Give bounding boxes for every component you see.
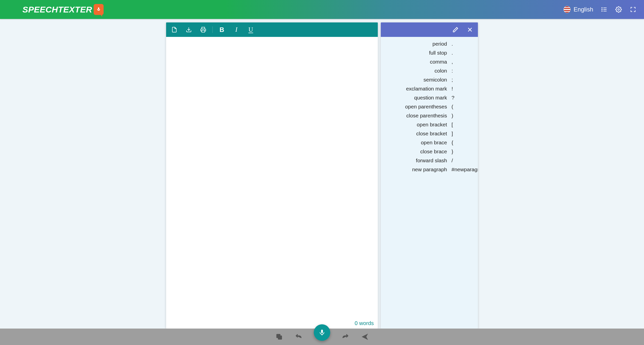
command-row[interactable]: close brace} <box>384 147 476 156</box>
svg-point-6 <box>618 9 620 11</box>
language-label: English <box>574 6 593 13</box>
command-symbol: ! <box>450 86 476 92</box>
command-name: colon <box>385 68 447 74</box>
app-logo[interactable]: SPEECHTEXTER <box>22 4 104 15</box>
logo-mic-icon <box>94 4 104 15</box>
command-name: question mark <box>385 95 447 101</box>
redo-button[interactable] <box>341 332 350 341</box>
logo-text: SPEECHTEXTER <box>22 5 92 15</box>
command-symbol: [ <box>450 122 476 128</box>
editor-panel: B I U 0 words <box>166 23 378 328</box>
editor-toolbar: B I U <box>166 23 378 37</box>
underline-button[interactable]: U <box>247 26 254 34</box>
command-row[interactable]: period. <box>384 39 476 48</box>
command-row[interactable]: colon: <box>384 66 476 75</box>
command-symbol: . <box>450 41 476 47</box>
bold-button[interactable]: B <box>218 26 226 34</box>
command-name: comma <box>385 59 447 65</box>
send-button[interactable] <box>360 332 369 341</box>
command-symbol: , <box>450 59 476 65</box>
command-name: period <box>385 41 447 47</box>
command-row[interactable]: close parenthesis) <box>384 111 476 120</box>
command-name: open brace <box>385 140 447 146</box>
command-symbol: : <box>450 68 476 74</box>
copy-button[interactable] <box>275 332 284 341</box>
flag-icon <box>564 6 570 13</box>
word-count: 0 words <box>354 320 374 326</box>
commands-panel: period.full stop.comma,colon:semicolon;e… <box>381 23 478 328</box>
command-symbol: ] <box>450 131 476 137</box>
fullscreen-icon[interactable] <box>630 6 636 13</box>
toolbar-separator <box>212 27 213 33</box>
command-symbol: { <box>450 140 476 146</box>
command-symbol: ) <box>450 113 476 119</box>
command-row[interactable]: open parentheses( <box>384 102 476 111</box>
download-button[interactable] <box>185 26 192 34</box>
print-button[interactable] <box>200 26 207 34</box>
command-symbol: } <box>450 149 476 155</box>
command-name: new paragraph <box>385 167 447 173</box>
command-name: close brace <box>385 149 447 155</box>
command-symbol: / <box>450 158 476 164</box>
undo-button[interactable] <box>294 332 303 341</box>
app-header: SPEECHTEXTER English <box>0 0 644 19</box>
command-row[interactable]: full stop. <box>384 48 476 57</box>
svg-point-4 <box>602 9 602 10</box>
editor-textarea[interactable] <box>166 37 378 319</box>
new-file-button[interactable] <box>170 26 178 34</box>
commands-toolbar <box>381 23 478 37</box>
command-row[interactable]: open bracket[ <box>384 120 476 129</box>
command-name: open bracket <box>385 122 447 128</box>
command-name: open parentheses <box>385 104 447 110</box>
command-name: exclamation mark <box>385 86 447 92</box>
command-symbol: ? <box>450 95 476 101</box>
editor-footer: 0 words <box>166 319 378 328</box>
svg-rect-12 <box>277 334 280 338</box>
command-name: close parenthesis <box>385 113 447 119</box>
command-row[interactable]: forward slash/ <box>384 156 476 165</box>
record-button[interactable] <box>314 324 330 341</box>
command-row[interactable]: exclamation mark! <box>384 84 476 93</box>
edit-commands-button[interactable] <box>452 26 459 33</box>
command-symbol: ; <box>450 77 476 83</box>
commands-list[interactable]: period.full stop.comma,colon:semicolon;e… <box>381 37 478 328</box>
svg-point-3 <box>602 8 602 8</box>
command-row[interactable]: question mark? <box>384 93 476 102</box>
language-selector[interactable]: English <box>564 6 593 13</box>
command-name: forward slash <box>385 158 447 164</box>
bottom-bar <box>0 328 644 345</box>
command-row[interactable]: comma, <box>384 57 476 66</box>
main-area: B I U 0 words period.full stop.comma,col… <box>0 19 644 328</box>
command-name: semicolon <box>385 77 447 83</box>
command-symbol: ( <box>450 104 476 110</box>
command-row[interactable]: close bracket] <box>384 129 476 138</box>
list-icon[interactable] <box>601 6 608 13</box>
command-name: close bracket <box>385 131 447 137</box>
header-controls: English <box>564 6 636 13</box>
italic-button[interactable]: I <box>232 26 240 34</box>
settings-icon[interactable] <box>615 6 622 13</box>
svg-point-5 <box>602 11 602 11</box>
command-symbol: #newparagraph <box>450 167 476 173</box>
command-row[interactable]: open brace{ <box>384 138 476 147</box>
command-symbol: . <box>450 50 476 56</box>
command-row[interactable]: new paragraph#newparagraph <box>384 165 476 174</box>
svg-rect-8 <box>202 30 205 32</box>
command-name: full stop <box>385 50 447 56</box>
close-commands-button[interactable] <box>466 26 474 33</box>
command-row[interactable]: semicolon; <box>384 75 476 84</box>
